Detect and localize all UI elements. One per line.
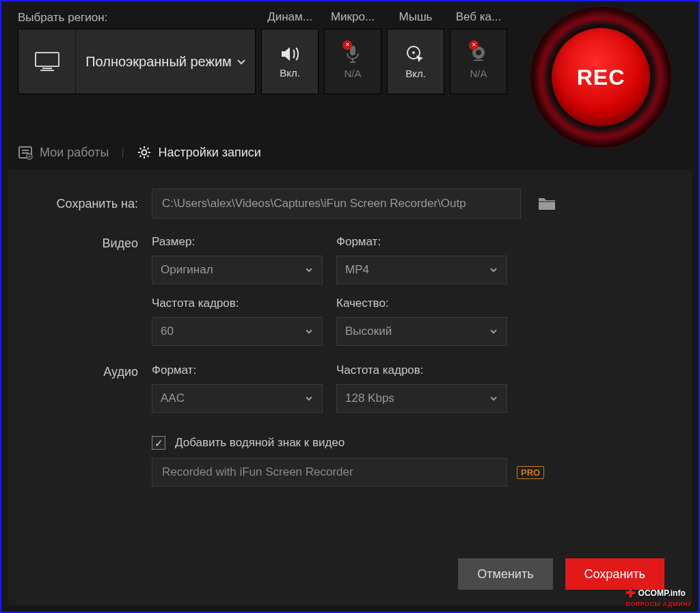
pro-badge: PRO — [517, 466, 544, 479]
monitor-icon — [18, 29, 76, 94]
tab-my-works-label: Мои работы — [40, 146, 109, 160]
size-select[interactable]: Оригинал — [152, 256, 323, 284]
microphone-icon — [344, 44, 362, 64]
fps-select[interactable]: 60 — [152, 317, 323, 346]
check-icon: ✓ — [154, 438, 163, 448]
quality-value: Высокий — [345, 325, 392, 338]
svg-rect-0 — [36, 53, 59, 66]
toggle-mic-state: N/A — [344, 68, 361, 79]
svg-point-10 — [142, 150, 146, 155]
watermark-checkbox[interactable]: ✓ — [152, 436, 165, 450]
toggle-speaker-header: Динам... — [262, 10, 318, 24]
site-watermark: ✚ OCOMP.info ВОПРОСЫ АДМИНУ — [625, 586, 692, 608]
toggle-webcam[interactable]: Веб ка... N/A — [450, 29, 507, 94]
disabled-badge-icon — [342, 40, 352, 50]
toggle-speaker-state: Вкл. — [280, 67, 300, 79]
quality-label: Качество: — [336, 297, 507, 310]
audio-section-label: Аудио — [36, 364, 138, 413]
chevron-down-icon — [304, 394, 314, 403]
toggle-webcam-state: N/A — [470, 68, 487, 79]
chevron-down-icon — [489, 265, 498, 275]
chevron-down-icon — [489, 394, 498, 403]
audio-format-value: AAC — [161, 392, 185, 405]
toggle-mouse-state: Вкл. — [405, 68, 426, 79]
settings-panel: Сохранить на: Видео Размер: Оригинал Фор… — [8, 169, 692, 605]
toggle-speaker[interactable]: Динам... Вкл. — [261, 29, 319, 94]
toggle-mic[interactable]: Микро... N/A — [324, 29, 381, 94]
chevron-down-icon — [304, 327, 314, 336]
fps-label: Частота кадров: — [152, 297, 323, 310]
save-path-input[interactable] — [152, 189, 521, 219]
record-button-container: REC — [530, 7, 671, 148]
size-value: Оригинал — [161, 263, 213, 277]
audio-bitrate-label: Частота кадров: — [336, 364, 507, 377]
toggle-webcam-header: Веб ка... — [450, 10, 507, 24]
audio-bitrate-select[interactable]: 128 Kbps — [336, 384, 507, 413]
gear-icon — [137, 145, 152, 160]
region-mode-dropdown[interactable]: Полноэкранный режим — [76, 29, 255, 94]
toggle-mouse-header: Мышь — [388, 10, 444, 24]
browse-folder-button[interactable] — [535, 191, 559, 216]
list-icon — [18, 145, 33, 160]
svg-point-5 — [412, 51, 415, 54]
video-format-label: Формат: — [336, 235, 507, 249]
region-selector[interactable]: Полноэкранный режим — [18, 29, 256, 94]
tab-record-settings-label: Настройки записи — [159, 146, 261, 160]
quality-select[interactable]: Высокий — [336, 317, 507, 346]
toggle-mic-header: Микро... — [325, 10, 381, 24]
tab-record-settings[interactable]: Настройки записи — [137, 145, 261, 160]
cursor-click-icon — [405, 44, 426, 64]
disabled-badge-icon — [469, 40, 479, 50]
save-button-label: Сохранить — [584, 567, 645, 582]
chevron-down-icon — [236, 56, 247, 67]
folder-icon — [537, 195, 556, 212]
tab-my-works[interactable]: Мои работы — [18, 145, 109, 160]
chevron-down-icon — [489, 327, 498, 336]
watermark-text-input[interactable] — [152, 458, 507, 487]
region-mode-label: Полноэкранный режим — [79, 53, 252, 71]
record-button-label: REC — [577, 65, 625, 90]
audio-format-select[interactable]: AAC — [152, 384, 323, 413]
cancel-button[interactable]: Отменить — [458, 558, 552, 590]
chevron-down-icon — [304, 265, 314, 275]
svg-point-7 — [476, 50, 481, 55]
record-button[interactable]: REC — [552, 28, 650, 126]
video-section-label: Видео — [36, 235, 138, 346]
webcam-icon — [469, 44, 488, 64]
watermark-checkbox-label: Добавить водяной знак к видео — [175, 436, 345, 450]
toggle-mouse[interactable]: Мышь Вкл. — [387, 29, 444, 94]
speaker-icon — [280, 45, 300, 63]
video-format-value: MP4 — [345, 263, 369, 277]
top-toolbar: Выбрать регион: Полноэкранный режим Дина… — [1, 1, 699, 94]
size-label: Размер: — [152, 235, 323, 249]
cancel-button-label: Отменить — [477, 567, 533, 582]
fps-value: 60 — [161, 325, 174, 338]
svg-rect-2 — [40, 70, 54, 71]
save-to-label: Сохранить на: — [36, 197, 138, 211]
audio-bitrate-value: 128 Kbps — [345, 392, 394, 405]
video-format-select[interactable]: MP4 — [336, 256, 507, 284]
svg-rect-1 — [42, 68, 52, 69]
audio-format-label: Формат: — [152, 364, 323, 377]
